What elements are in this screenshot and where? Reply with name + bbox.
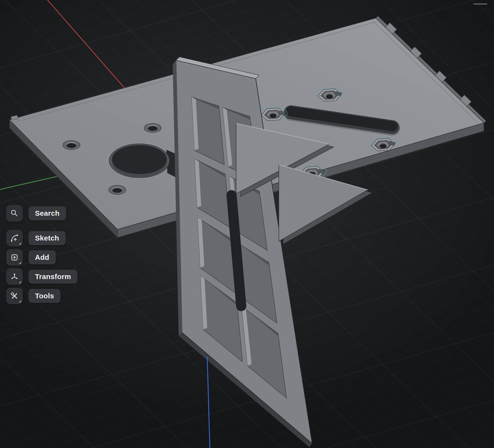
- sketch-label[interactable]: Sketch: [28, 231, 66, 245]
- search-label[interactable]: Search: [28, 206, 66, 220]
- sketch-button[interactable]: [6, 230, 23, 246]
- tools-button[interactable]: [6, 288, 23, 304]
- tools-label[interactable]: Tools: [28, 289, 61, 303]
- add-button[interactable]: [6, 249, 23, 266]
- sketch-arc-icon: [9, 233, 20, 243]
- toolbar-row-add: Add: [6, 249, 56, 266]
- counterbore-hole[interactable]: [144, 123, 161, 132]
- add-label[interactable]: Add: [28, 250, 56, 264]
- search-button[interactable]: [6, 205, 23, 222]
- transform-label-text: Transform: [35, 272, 71, 281]
- toolbar-row-sketch: Sketch: [6, 230, 66, 246]
- search-icon: [9, 208, 20, 218]
- axis-y-line: [0, 175, 64, 189]
- toolbar-row-transform: Transform: [6, 269, 77, 285]
- bore-void: [112, 145, 167, 174]
- transform-button[interactable]: [6, 269, 23, 285]
- submenu-corner-icon: [19, 300, 21, 302]
- toolbar-row-tools: Tools: [6, 288, 61, 304]
- 3d-viewport[interactable]: [0, 0, 494, 448]
- window-drag-handle[interactable]: [473, 3, 487, 5]
- add-label-text: Add: [35, 253, 49, 261]
- submenu-corner-icon: [19, 242, 21, 245]
- sketch-label-text: Sketch: [35, 234, 59, 242]
- submenu-corner-icon: [19, 262, 21, 264]
- axis-z-line: [207, 357, 210, 448]
- app-window: Search Sketch: [0, 0, 494, 448]
- counterbore-hole[interactable]: [63, 141, 80, 150]
- counterbore-hole[interactable]: [109, 185, 126, 194]
- search-label-text: Search: [35, 209, 60, 217]
- tools-cross-icon: [9, 291, 20, 301]
- tools-label-text: Tools: [35, 292, 54, 300]
- add-box-icon: [9, 252, 20, 262]
- transform-gizmo-icon: [9, 271, 20, 282]
- axis-x-line: [48, 0, 124, 88]
- transform-label[interactable]: Transform: [28, 270, 77, 284]
- submenu-corner-icon: [19, 281, 21, 283]
- toolbar-row-search: Search: [6, 205, 66, 222]
